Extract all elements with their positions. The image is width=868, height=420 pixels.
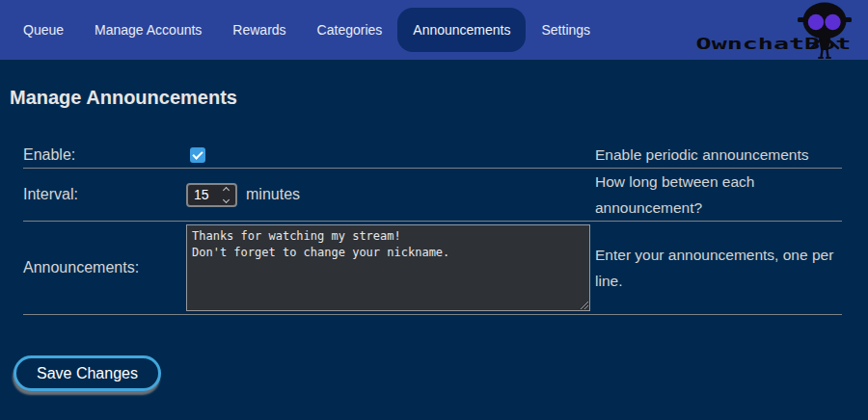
- interval-number-input[interactable]: [186, 183, 237, 207]
- nav-item-queue[interactable]: Queue: [8, 8, 79, 52]
- announcements-form: Enable: Enable periodic announcements In…: [23, 142, 842, 315]
- form-row-enable: Enable: Enable periodic announcements: [23, 142, 842, 169]
- stepper-up-icon[interactable]: [223, 186, 230, 193]
- enable-label: Enable:: [23, 146, 186, 164]
- brand-logo: OwnchatBot: [682, 0, 851, 60]
- interval-stepper[interactable]: [224, 188, 235, 202]
- interval-value-field[interactable]: [188, 187, 213, 202]
- interval-help-text: How long between each announcement?: [595, 169, 842, 221]
- announcements-help-text: Enter your announcements, one per line.: [595, 242, 842, 294]
- announcements-textarea[interactable]: Thanks for watching my stream! Don't for…: [186, 224, 590, 311]
- top-navbar: Queue Manage Accounts Rewards Categories…: [0, 0, 868, 60]
- nav-item-settings[interactable]: Settings: [526, 8, 606, 52]
- enable-checkbox[interactable]: [190, 147, 205, 163]
- form-row-interval: Interval: minutes How long between each …: [23, 169, 842, 222]
- nav-item-announcements[interactable]: Announcements: [397, 8, 526, 52]
- interval-unit-label: minutes: [246, 186, 300, 203]
- nav-item-manage-accounts[interactable]: Manage Accounts: [79, 8, 217, 52]
- announcements-label: Announcements:: [23, 259, 186, 276]
- form-row-announcements: Announcements: Thanks for watching my st…: [23, 222, 842, 315]
- stepper-down-icon[interactable]: [223, 196, 230, 202]
- robot-icon: [797, 2, 853, 59]
- nav-item-categories[interactable]: Categories: [302, 8, 398, 52]
- enable-help-text: Enable periodic announcements: [595, 142, 842, 168]
- page-title: Manage Announcements: [10, 87, 868, 109]
- nav-item-rewards[interactable]: Rewards: [217, 8, 301, 52]
- interval-label: Interval:: [23, 186, 186, 203]
- save-changes-button[interactable]: Save Changes: [14, 355, 161, 391]
